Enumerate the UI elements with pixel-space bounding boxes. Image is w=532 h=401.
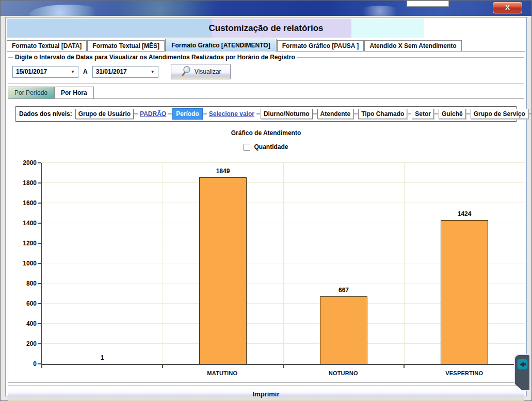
visualizar-label: Visualizar: [195, 68, 221, 75]
visualizar-button[interactable]: Visualizar: [171, 64, 231, 79]
main-tabs: Formato Textual [DATA] Formato Textual […: [7, 39, 525, 52]
y-axis-tick: [38, 263, 41, 264]
connector: [203, 113, 207, 114]
y-axis-label: 0: [14, 360, 37, 367]
titlebar: X: [1, 1, 531, 16]
date-range-groupbox: Digite o Intervalo de Datas para Visuali…: [8, 54, 524, 83]
date-row: 15/01/2017 ▼ A 31/01/2017 ▼: [12, 64, 520, 79]
filter-selecione-valor-link[interactable]: Selecione valor: [207, 109, 256, 119]
app-window: X Customização de relatórios Formato Tex…: [0, 0, 532, 401]
connector: [256, 113, 260, 114]
x-axis-label: VESPERTINO: [404, 370, 525, 376]
y-axis-label: 1400: [14, 220, 37, 227]
bar-value-label: 1849: [216, 168, 230, 175]
y-axis-label: 400: [14, 320, 37, 327]
tab-atendido-x-sem-atendimento[interactable]: Atendido X Sem Atendimento: [364, 40, 461, 51]
chart-legend: Quantidade: [8, 143, 524, 151]
y-axis-label: 1200: [14, 240, 37, 247]
connector: [466, 113, 470, 114]
connector: [529, 113, 532, 114]
close-button[interactable]: X: [493, 2, 522, 13]
titlebar-art: [357, 6, 403, 16]
y-axis-tick: [38, 203, 41, 204]
subtab-por-periodo[interactable]: Por Período: [8, 87, 54, 98]
y-axis-label: 1800: [14, 179, 37, 187]
chevron-down-icon: ▼: [151, 70, 155, 74]
collapse-arrow-icon[interactable]: [517, 359, 528, 370]
filter-padrao-link[interactable]: PADRÃO: [138, 109, 168, 119]
date-separator: A: [83, 68, 88, 75]
window-body: Customização de relatórios Formato Textu…: [5, 17, 527, 396]
connector: [354, 113, 358, 114]
legend-swatch: [244, 144, 250, 151]
category-gridline: [404, 163, 405, 364]
bar-NOTURNO: [320, 296, 367, 364]
subtab-por-hora[interactable]: Por Hora: [54, 87, 94, 98]
x-axis-tick: [283, 365, 284, 368]
x-axis-label: MATUTINO: [162, 370, 283, 376]
y-axis-tick: [38, 343, 41, 344]
connector: [134, 113, 138, 114]
levels-filter-bar: Dados dos níveis: Grupo de Usuário PADRÃ…: [15, 106, 517, 122]
page-title: Customização de relatórios: [7, 19, 525, 38]
tab-formato-grafico-atendimento[interactable]: Formato Gráfico [ATENDIMENTO]: [165, 39, 277, 52]
y-axis-tick: [38, 243, 41, 244]
imprimir-button[interactable]: Imprimir: [8, 386, 524, 401]
connector: [313, 113, 317, 114]
filter-atendente[interactable]: Atendente: [317, 109, 354, 119]
date-from-value: 15/01/2017: [16, 68, 47, 75]
connector: [434, 113, 438, 114]
partial-window-remnant: [407, 1, 449, 7]
y-axis-tick: [38, 162, 41, 163]
date-to-dropdown[interactable]: 31/01/2017 ▼: [92, 66, 158, 78]
levels-label: Dados dos níveis:: [19, 110, 72, 118]
bar-VESPERTINO: [441, 220, 488, 364]
y-axis-tick: [38, 323, 41, 324]
tab-formato-textual-data[interactable]: Formato Textual [DATA]: [7, 40, 87, 51]
filter-grupo-de-usuario[interactable]: Grupo de Usuário: [75, 109, 134, 119]
connector: [168, 113, 172, 114]
y-axis-label: 800: [14, 280, 37, 287]
x-axis-label: [41, 370, 162, 376]
date-range-label: Digite o Intervalo de Datas para Visuali…: [13, 54, 297, 61]
chart-plot: 0200400600800100012001400160018002000118…: [41, 163, 525, 365]
bar-value-label: 667: [338, 287, 349, 294]
category-gridline: [163, 163, 163, 364]
chart-title: Gráfico de Atendimento: [8, 129, 524, 137]
y-axis-tick: [38, 223, 41, 224]
y-axis-label: 600: [14, 300, 37, 307]
x-axis-label: NOTURNO: [283, 370, 404, 376]
chevron-down-icon: ▼: [71, 70, 75, 74]
x-axis-tick: [404, 365, 405, 368]
header-band: Customização de relatórios: [7, 19, 525, 38]
magnifier-icon: [180, 65, 191, 78]
y-axis-label: 1000: [14, 260, 37, 267]
y-axis-label: 1600: [14, 199, 37, 207]
tab-formato-grafico-pausa[interactable]: Formato Gráfico [PAUSA ]: [277, 40, 364, 51]
y-axis-tick: [38, 182, 41, 183]
bar-value-label: 1: [101, 354, 104, 361]
filter-setor[interactable]: Setor: [412, 109, 434, 119]
y-axis-label: 200: [14, 340, 37, 347]
date-from-dropdown[interactable]: 15/01/2017 ▼: [12, 66, 78, 78]
chart-xlabels: MATUTINONOTURNOVESPERTINO: [41, 370, 525, 376]
y-axis-label: 2000: [14, 159, 37, 166]
subtabs: Por Período Por Hora: [8, 86, 524, 98]
titlebar-art: [93, 1, 228, 16]
filter-periodo-selected[interactable]: Período: [172, 108, 203, 120]
y-axis-tick: [38, 283, 41, 284]
x-axis-tick: [41, 365, 42, 368]
chart-panel: Dados dos níveis: Grupo de Usuário PADRÃ…: [8, 98, 524, 383]
bar-MATUTINO: [199, 177, 247, 364]
x-axis-tick: [162, 365, 163, 368]
filter-guiche[interactable]: Guichê: [439, 109, 466, 119]
y-axis-tick: [38, 363, 41, 364]
connector: [408, 113, 411, 114]
filter-tipo-chamado[interactable]: Tipo Chamado: [358, 109, 407, 119]
date-to-value: 31/01/2017: [96, 68, 127, 75]
filter-grupo-de-servico[interactable]: Grupo de Serviço: [471, 109, 528, 119]
category-gridline: [283, 163, 284, 364]
tab-formato-textual-mes[interactable]: Formato Textual [MÊS]: [87, 40, 165, 51]
filter-diurno-noturno[interactable]: Diurno/Noturno: [261, 109, 313, 119]
y-axis-tick: [38, 303, 41, 304]
